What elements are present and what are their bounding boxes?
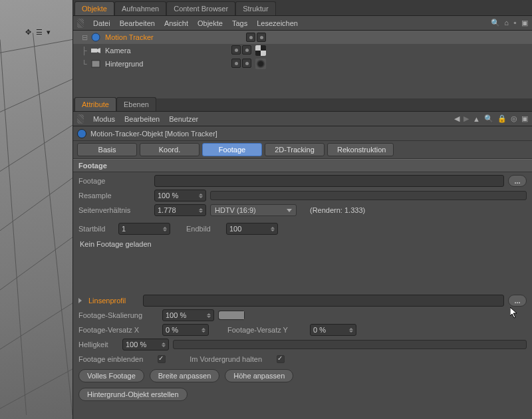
foreground-label: Im Vordergrund halten [190,355,262,363]
camera-icon [90,45,101,56]
menu-lesezeichen[interactable]: Lesezeichen [257,19,298,27]
motion-tracker-icon [77,129,86,138]
object-title-label: Motion-Tracker-Objekt [Motion Tracker] [90,130,217,138]
foreground-checkbox[interactable] [277,355,285,363]
tab-struktur[interactable]: Struktur [235,1,276,15]
offset-y-label: Footage-Versatz Y [227,326,306,334]
footage-scale-field[interactable]: 100 % [162,309,214,321]
history-back-icon[interactable]: ◀ [454,114,460,123]
lensprofile-field[interactable] [143,295,504,307]
tab-aufnahmen[interactable]: Aufnahmen [114,1,166,15]
svg-rect-10 [91,49,97,53]
svg-line-1 [0,79,72,112]
tree-item-kamera[interactable]: ├ Kamera [73,44,532,57]
menu-bearbeiten[interactable]: Bearbeiten [120,19,155,27]
offset-x-field[interactable]: 0 % [162,324,209,336]
brightness-slider[interactable] [173,340,527,349]
fit-width-button[interactable]: Breite anpassen [150,369,220,382]
path-icon[interactable]: ∘ [513,19,517,27]
svg-line-4 [0,237,72,290]
startframe-label: Startbild [78,225,114,233]
tab-ebenen[interactable]: Ebenen [116,97,156,111]
layers-icon[interactable]: ☰ [36,28,44,36]
tab-attribute[interactable]: Attribute [74,97,116,111]
expand-icon[interactable]: ▣ [521,114,528,123]
visibility-toggle[interactable] [231,45,241,55]
viewport-3d[interactable]: ✥ ☰ ▾ [0,0,73,419]
aspect-preset-dropdown[interactable]: HDTV (16:9) [210,204,297,216]
dropdown-icon[interactable]: ▾ [47,28,55,36]
move-icon[interactable]: ✥ [25,28,33,36]
search-icon[interactable]: 🔍 [484,114,493,123]
offset-x-label: Footage-Versatz X [78,326,158,334]
background-icon [90,59,101,69]
search-icon[interactable]: 🔍 [491,19,500,27]
footage-scale-slider[interactable] [218,311,245,320]
create-background-button[interactable]: Hintergrund-Objekt erstellen [78,388,188,401]
lensprofile-label: Linsenprofil [88,297,139,305]
endframe-label: Endbild [186,225,222,233]
tree-label: Hintergrund [105,60,158,68]
fit-height-button[interactable]: Höhe anpassen [225,369,293,382]
tree-label: Kamera [105,47,158,55]
tag-icon[interactable] [255,45,266,56]
settings-icon[interactable]: ◎ [511,114,517,123]
render-aspect-info: (Rendern: 1.333) [310,206,365,214]
subtab-2d-tracking[interactable]: 2D-Tracking [265,143,325,156]
expand-icon[interactable]: ▣ [521,19,528,27]
menu-ansicht[interactable]: Ansicht [164,19,188,27]
attribute-menubar: Modus Bearbeiten Benutzer ◀ ▶ ▲ 🔍 🔒 ◎ ▣ [73,112,532,126]
up-icon[interactable]: ▲ [473,115,480,123]
offset-y-field[interactable]: 0 % [310,324,356,336]
menu-datei[interactable]: Datei [93,19,110,27]
disclosure-icon[interactable] [78,298,82,303]
svg-line-7 [0,39,27,415]
brightness-field[interactable]: 100 % [122,339,169,350]
object-manager-tabs: Objekte Aufnahmen Content Browser Strukt… [73,0,532,16]
render-toggle[interactable] [242,59,251,68]
history-fwd-icon[interactable]: ▶ [464,114,469,123]
visibility-toggle[interactable] [246,33,255,42]
section-footage: Footage [73,159,532,172]
menu-objekte[interactable]: Objekte [198,19,223,27]
show-footage-checkbox[interactable] [158,355,166,363]
subtab-basis[interactable]: Basis [77,143,137,156]
svg-line-0 [0,39,72,53]
object-title: Motion-Tracker-Objekt [Motion Tracker] [73,126,532,141]
visibility-toggle[interactable] [231,59,241,68]
home-icon[interactable]: ⌂ [504,19,509,27]
menu-bearbeiten[interactable]: Bearbeiten [124,115,160,123]
footage-path-field[interactable] [154,175,504,187]
subtab-footage[interactable]: Footage [202,143,262,156]
menu-tags[interactable]: Tags [232,19,247,27]
startframe-field[interactable]: 1 [118,223,170,235]
lock-icon[interactable]: 🔒 [497,114,507,123]
tab-content-browser[interactable]: Content Browser [166,1,235,15]
render-toggle[interactable] [242,45,251,55]
attribute-subtabs: Basis Koord. Footage 2D-Tracking Rekonst… [73,141,532,159]
tree-item-motion-tracker[interactable]: ⊟ Motion Tracker [73,31,532,44]
menu-benutzer[interactable]: Benutzer [169,115,198,123]
tag-icon[interactable] [255,59,266,69]
resample-label: Resample [78,192,150,200]
render-toggle[interactable] [257,33,266,42]
tree-item-hintergrund[interactable]: └ Hintergrund [73,57,532,70]
tab-objekte[interactable]: Objekte [74,1,114,15]
svg-line-6 [0,369,72,408]
resample-slider[interactable] [210,191,527,200]
aspect-label: Seitenverhältnis [78,206,150,214]
subtab-rekonstruktion[interactable]: Rekonstruktion [327,143,394,156]
grip-icon[interactable] [77,19,84,28]
aspect-field[interactable]: 1.778 [154,204,206,216]
footage-browse-button[interactable]: ... [508,175,527,187]
subtab-koord[interactable]: Koord. [140,143,200,156]
grip-icon[interactable] [77,114,84,124]
endframe-field[interactable]: 100 [226,223,278,235]
full-footage-button[interactable]: Volles Footage [78,369,144,382]
menu-modus[interactable]: Modus [93,115,115,123]
resample-field[interactable]: 100 % [154,190,206,202]
footage-label: Footage [78,177,150,185]
svg-point-9 [92,33,100,41]
object-manager-menubar: Datei Bearbeiten Ansicht Objekte Tags Le… [73,16,532,31]
lensprofile-browse-button[interactable]: ... [508,295,527,307]
